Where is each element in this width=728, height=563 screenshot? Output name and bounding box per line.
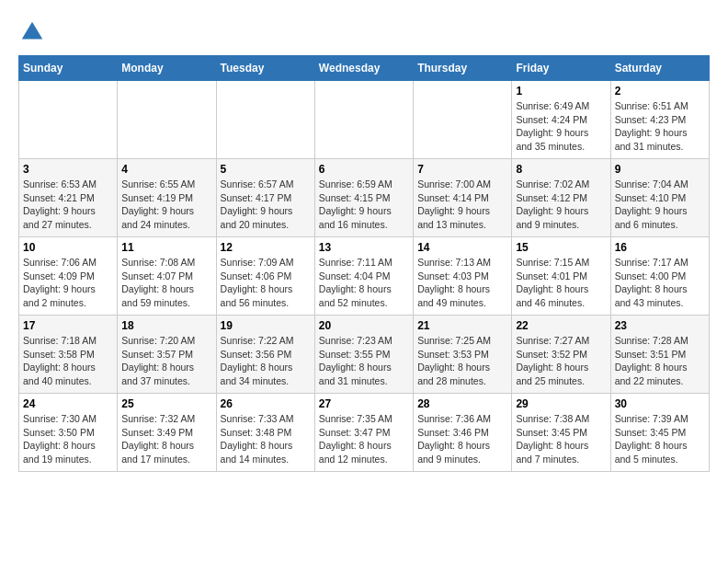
calendar-cell: 1Sunrise: 6:49 AM Sunset: 4:24 PM Daylig… (512, 81, 610, 159)
day-info: Sunrise: 7:32 AM Sunset: 3:49 PM Dayligh… (121, 412, 211, 466)
day-info: Sunrise: 7:06 AM Sunset: 4:09 PM Dayligh… (23, 256, 113, 310)
day-info: Sunrise: 7:04 AM Sunset: 4:10 PM Dayligh… (615, 178, 705, 232)
calendar-cell: 9Sunrise: 7:04 AM Sunset: 4:10 PM Daylig… (610, 159, 709, 237)
calendar-cell: 10Sunrise: 7:06 AM Sunset: 4:09 PM Dayli… (19, 237, 118, 316)
day-number: 19 (221, 319, 311, 332)
day-number: 27 (319, 397, 409, 410)
day-info: Sunrise: 7:35 AM Sunset: 3:47 PM Dayligh… (319, 412, 409, 466)
day-number: 16 (615, 241, 705, 254)
day-number: 24 (23, 397, 113, 410)
day-info: Sunrise: 7:38 AM Sunset: 3:45 PM Dayligh… (516, 412, 606, 466)
day-info: Sunrise: 6:53 AM Sunset: 4:21 PM Dayligh… (23, 178, 113, 232)
calendar-cell: 22Sunrise: 7:27 AM Sunset: 3:52 PM Dayli… (512, 316, 610, 394)
calendar-cell (414, 81, 512, 159)
day-info: Sunrise: 7:22 AM Sunset: 3:56 PM Dayligh… (221, 334, 311, 388)
day-number: 8 (516, 163, 606, 176)
calendar-cell (216, 81, 314, 159)
day-info: Sunrise: 7:23 AM Sunset: 3:55 PM Dayligh… (319, 334, 409, 388)
calendar-week-row: 10Sunrise: 7:06 AM Sunset: 4:09 PM Dayli… (19, 237, 710, 316)
day-number: 4 (121, 163, 211, 176)
calendar-cell: 2Sunrise: 6:51 AM Sunset: 4:23 PM Daylig… (610, 81, 709, 159)
day-info: Sunrise: 6:57 AM Sunset: 4:17 PM Dayligh… (221, 178, 311, 232)
day-number: 9 (615, 163, 705, 176)
day-info: Sunrise: 7:17 AM Sunset: 4:00 PM Dayligh… (615, 256, 705, 310)
calendar-header-row: SundayMondayTuesdayWednesdayThursdayFrid… (19, 56, 710, 81)
calendar-cell: 17Sunrise: 7:18 AM Sunset: 3:58 PM Dayli… (19, 316, 118, 394)
calendar-week-row: 1Sunrise: 6:49 AM Sunset: 4:24 PM Daylig… (19, 81, 710, 159)
logo-icon (18, 18, 46, 46)
calendar-cell: 20Sunrise: 7:23 AM Sunset: 3:55 PM Dayli… (314, 316, 413, 394)
day-info: Sunrise: 7:27 AM Sunset: 3:52 PM Dayligh… (516, 334, 606, 388)
calendar-cell: 18Sunrise: 7:20 AM Sunset: 3:57 PM Dayli… (118, 316, 216, 394)
day-number: 23 (615, 319, 705, 332)
day-info: Sunrise: 6:55 AM Sunset: 4:19 PM Dayligh… (121, 178, 211, 232)
calendar-cell: 6Sunrise: 6:59 AM Sunset: 4:15 PM Daylig… (314, 159, 413, 237)
day-number: 11 (121, 241, 211, 254)
day-number: 7 (417, 163, 507, 176)
day-info: Sunrise: 6:59 AM Sunset: 4:15 PM Dayligh… (319, 178, 409, 232)
calendar-cell (314, 81, 413, 159)
day-info: Sunrise: 7:33 AM Sunset: 3:48 PM Dayligh… (221, 412, 311, 466)
day-number: 29 (516, 397, 606, 410)
day-number: 26 (221, 397, 311, 410)
day-info: Sunrise: 7:11 AM Sunset: 4:04 PM Dayligh… (319, 256, 409, 310)
calendar-cell: 29Sunrise: 7:38 AM Sunset: 3:45 PM Dayli… (512, 394, 610, 472)
day-info: Sunrise: 7:18 AM Sunset: 3:58 PM Dayligh… (23, 334, 113, 388)
calendar-week-row: 3Sunrise: 6:53 AM Sunset: 4:21 PM Daylig… (19, 159, 710, 237)
day-number: 17 (23, 319, 113, 332)
calendar-cell: 4Sunrise: 6:55 AM Sunset: 4:19 PM Daylig… (118, 159, 216, 237)
calendar-cell: 12Sunrise: 7:09 AM Sunset: 4:06 PM Dayli… (216, 237, 314, 316)
calendar-week-row: 24Sunrise: 7:30 AM Sunset: 3:50 PM Dayli… (19, 394, 710, 472)
calendar-cell: 19Sunrise: 7:22 AM Sunset: 3:56 PM Dayli… (216, 316, 314, 394)
day-number: 13 (319, 241, 409, 254)
day-info: Sunrise: 7:28 AM Sunset: 3:51 PM Dayligh… (615, 334, 705, 388)
day-number: 3 (23, 163, 113, 176)
day-of-week-header: Tuesday (216, 56, 314, 81)
day-info: Sunrise: 6:51 AM Sunset: 4:23 PM Dayligh… (615, 99, 705, 154)
logo (18, 18, 50, 46)
day-number: 21 (417, 319, 507, 332)
calendar-cell: 8Sunrise: 7:02 AM Sunset: 4:12 PM Daylig… (512, 159, 610, 237)
calendar-cell: 7Sunrise: 7:00 AM Sunset: 4:14 PM Daylig… (414, 159, 512, 237)
calendar-cell: 26Sunrise: 7:33 AM Sunset: 3:48 PM Dayli… (216, 394, 314, 472)
day-info: Sunrise: 7:20 AM Sunset: 3:57 PM Dayligh… (121, 334, 211, 388)
calendar-cell (118, 81, 216, 159)
day-of-week-header: Monday (118, 56, 216, 81)
day-of-week-header: Sunday (19, 56, 118, 81)
day-info: Sunrise: 7:13 AM Sunset: 4:03 PM Dayligh… (417, 256, 507, 310)
day-number: 22 (516, 319, 606, 332)
calendar-cell: 15Sunrise: 7:15 AM Sunset: 4:01 PM Dayli… (512, 237, 610, 316)
calendar-cell: 3Sunrise: 6:53 AM Sunset: 4:21 PM Daylig… (19, 159, 118, 237)
day-info: Sunrise: 7:30 AM Sunset: 3:50 PM Dayligh… (23, 412, 113, 466)
day-of-week-header: Saturday (610, 56, 709, 81)
day-info: Sunrise: 7:08 AM Sunset: 4:07 PM Dayligh… (121, 256, 211, 310)
calendar-week-row: 17Sunrise: 7:18 AM Sunset: 3:58 PM Dayli… (19, 316, 710, 394)
calendar-cell: 25Sunrise: 7:32 AM Sunset: 3:49 PM Dayli… (118, 394, 216, 472)
day-info: Sunrise: 7:25 AM Sunset: 3:53 PM Dayligh… (417, 334, 507, 388)
day-info: Sunrise: 7:36 AM Sunset: 3:46 PM Dayligh… (417, 412, 507, 466)
calendar-cell: 27Sunrise: 7:35 AM Sunset: 3:47 PM Dayli… (314, 394, 413, 472)
day-number: 2 (615, 85, 705, 98)
day-info: Sunrise: 7:15 AM Sunset: 4:01 PM Dayligh… (516, 256, 606, 310)
calendar-cell: 11Sunrise: 7:08 AM Sunset: 4:07 PM Dayli… (118, 237, 216, 316)
day-number: 18 (121, 319, 211, 332)
day-number: 20 (319, 319, 409, 332)
page-header (18, 18, 710, 46)
calendar-cell: 16Sunrise: 7:17 AM Sunset: 4:00 PM Dayli… (610, 237, 709, 316)
day-number: 6 (319, 163, 409, 176)
calendar-cell: 14Sunrise: 7:13 AM Sunset: 4:03 PM Dayli… (414, 237, 512, 316)
day-of-week-header: Friday (512, 56, 610, 81)
day-number: 10 (23, 241, 113, 254)
calendar-cell (19, 81, 118, 159)
calendar: SundayMondayTuesdayWednesdayThursdayFrid… (18, 55, 710, 472)
day-number: 25 (121, 397, 211, 410)
calendar-cell: 28Sunrise: 7:36 AM Sunset: 3:46 PM Dayli… (414, 394, 512, 472)
calendar-cell: 21Sunrise: 7:25 AM Sunset: 3:53 PM Dayli… (414, 316, 512, 394)
calendar-cell: 30Sunrise: 7:39 AM Sunset: 3:45 PM Dayli… (610, 394, 709, 472)
day-info: Sunrise: 7:02 AM Sunset: 4:12 PM Dayligh… (516, 178, 606, 232)
day-info: Sunrise: 7:09 AM Sunset: 4:06 PM Dayligh… (221, 256, 311, 310)
day-number: 14 (417, 241, 507, 254)
day-number: 30 (615, 397, 705, 410)
calendar-cell: 5Sunrise: 6:57 AM Sunset: 4:17 PM Daylig… (216, 159, 314, 237)
day-of-week-header: Thursday (414, 56, 512, 81)
